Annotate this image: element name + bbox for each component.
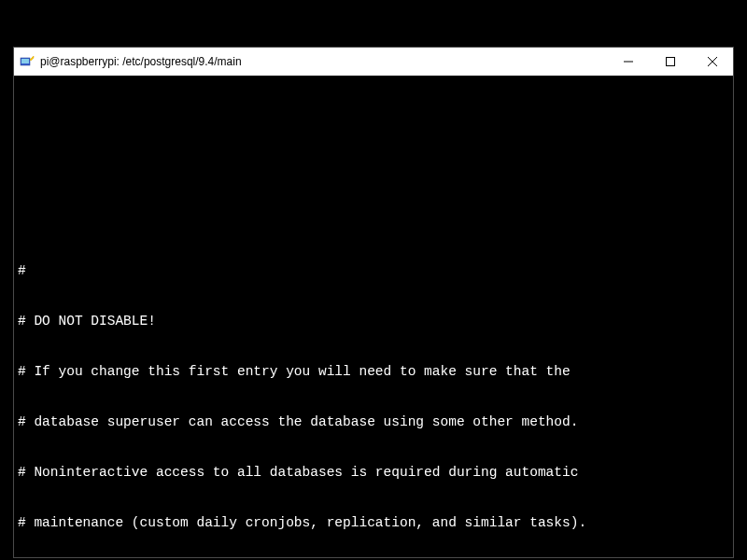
terminal-window: pi@raspberrypi: /etc/postgresql/9.4/main…: [13, 47, 734, 558]
maximize-button[interactable]: [649, 48, 691, 76]
terminal-viewport[interactable]: # # DO NOT DISABLE! # If you change this…: [14, 76, 733, 557]
close-button[interactable]: [691, 48, 733, 76]
terminal-line: # Noninteractive access to all databases…: [18, 464, 729, 481]
svg-rect-1: [21, 59, 29, 63]
window-title: pi@raspberrypi: /etc/postgresql/9.4/main: [40, 55, 607, 68]
terminal-line: # If you change this first entry you wil…: [18, 363, 729, 380]
terminal-line: # maintenance (custom daily cronjobs, re…: [18, 514, 729, 531]
terminal-line: # database superuser can access the data…: [18, 413, 729, 430]
window-controls: [607, 48, 733, 76]
terminal-blank-line: [18, 212, 729, 229]
minimize-button[interactable]: [607, 48, 649, 76]
titlebar: pi@raspberrypi: /etc/postgresql/9.4/main: [14, 48, 733, 76]
terminal-blank-line: [18, 111, 729, 128]
terminal-line: #: [18, 262, 729, 279]
terminal-blank-line: [18, 161, 729, 178]
svg-rect-3: [666, 58, 674, 66]
putty-icon: [20, 54, 35, 69]
terminal-line: # DO NOT DISABLE!: [18, 313, 729, 329]
